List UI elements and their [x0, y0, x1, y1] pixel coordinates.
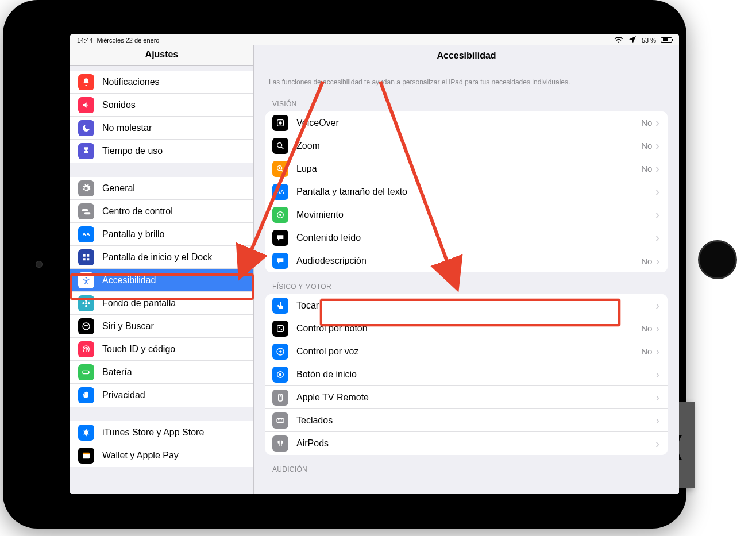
keyboard-icon — [272, 412, 288, 429]
chevron-right-icon: › — [655, 139, 659, 152]
battery-icon — [78, 364, 94, 380]
detail-item-magnifier[interactable]: LupaNo› — [265, 157, 668, 180]
detail-item-spoken[interactable]: Contenido leído› — [265, 226, 668, 249]
chevron-right-icon: › — [655, 391, 659, 404]
chevron-right-icon: › — [655, 299, 659, 312]
appletv-icon — [272, 390, 288, 406]
sidebar-item-battery[interactable]: Batería — [70, 361, 253, 384]
sidebar-item-sounds[interactable]: Sonidos — [70, 94, 253, 117]
detail-item-label: Apple TV Remote — [296, 392, 655, 403]
sidebar-item-accessibility[interactable]: Accesibilidad — [70, 269, 253, 292]
front-camera — [36, 261, 43, 268]
sidebar-item-display[interactable]: AAPantalla y brillo — [70, 223, 253, 246]
detail-item-keyboards[interactable]: Teclados› — [265, 409, 668, 432]
sidebar-item-privacy[interactable]: Privacidad — [70, 384, 253, 407]
chevron-right-icon: › — [655, 116, 659, 129]
detail-item-label: Zoom — [296, 141, 641, 151]
wallet-icon — [78, 448, 94, 464]
sidebar-item-controlcenter[interactable]: Centro de control — [70, 200, 253, 223]
sidebar-item-label: Pantalla y brillo — [102, 229, 245, 240]
svg-rect-20 — [279, 373, 281, 376]
detail-item-label: Contenido leído — [296, 233, 655, 243]
bell-icon — [78, 74, 94, 90]
siri-icon — [78, 318, 94, 334]
detail-item-motion[interactable]: Movimiento› — [265, 203, 668, 226]
detail-item-airpods[interactable]: AirPods› — [265, 432, 668, 455]
section-header: VISIÓN — [265, 90, 668, 111]
airpods-icon — [272, 435, 288, 452]
settings-detail[interactable]: Accesibilidad Las funciones de accesibil… — [254, 45, 679, 494]
chevron-right-icon: › — [655, 368, 659, 381]
switch-icon — [272, 321, 288, 337]
speaker-icon — [78, 97, 94, 113]
svg-rect-21 — [279, 394, 283, 401]
detail-item-label: Control por voz — [296, 346, 641, 357]
svg-point-16 — [279, 326, 280, 328]
sidebar-item-wallet[interactable]: Wallet y Apple Pay — [70, 444, 253, 467]
detail-title: Accesibilidad — [254, 45, 679, 64]
svg-point-2 — [85, 302, 87, 304]
chevron-right-icon: › — [655, 345, 659, 358]
homebutton-icon — [272, 367, 288, 383]
sidebar-item-itunes[interactable]: iTunes Store y App Store — [70, 421, 253, 444]
flower-icon — [78, 295, 94, 311]
chevron-right-icon: › — [655, 254, 659, 268]
sidebar-item-label: Tiempo de uso — [102, 146, 245, 156]
chevron-right-icon: › — [655, 414, 659, 427]
detail-item-appletv[interactable]: Apple TV Remote› — [265, 386, 668, 409]
detail-item-touch[interactable]: Tocar› — [265, 294, 668, 317]
sidebar-item-screentime[interactable]: Tiempo de uso — [70, 140, 253, 163]
detail-item-value: No — [641, 118, 652, 128]
sidebar-item-label: Touch ID y código — [102, 344, 245, 354]
svg-rect-15 — [277, 325, 284, 331]
detail-item-label: Audiodescripción — [296, 256, 641, 266]
motion-icon — [272, 207, 288, 223]
home-button[interactable] — [698, 240, 737, 279]
detail-item-value: No — [641, 164, 652, 173]
svg-rect-5 — [89, 371, 90, 373]
sidebar-item-wallpaper[interactable]: Fondo de pantalla — [70, 292, 253, 315]
detail-item-label: AirPods — [296, 438, 655, 449]
status-time: 14:44 — [77, 37, 93, 44]
chevron-right-icon: › — [655, 208, 659, 221]
svg-rect-7 — [83, 453, 90, 454]
detail-item-voicecontrol[interactable]: Control por vozNo› — [265, 340, 668, 363]
sidebar-item-homescreen[interactable]: Pantalla de inicio y el Dock — [70, 246, 253, 269]
sidebar-item-label: Privacidad — [102, 390, 245, 400]
detail-item-label: Movimiento — [296, 210, 655, 220]
svg-point-14 — [279, 214, 281, 216]
sidebar-item-touchid[interactable]: Touch ID y código — [70, 338, 253, 361]
battery-pct: 53 % — [642, 37, 656, 44]
detail-item-zoom[interactable]: ZoomNo› — [265, 134, 668, 157]
svg-point-10 — [277, 142, 282, 147]
svg-text:AA: AA — [82, 232, 90, 237]
speech-icon — [272, 230, 288, 246]
sidebar-item-dnd[interactable]: No molestar — [70, 117, 253, 140]
detail-item-label: Pantalla y tamaño del texto — [296, 187, 655, 197]
sidebar-item-label: Sonidos — [102, 100, 245, 110]
gear-icon — [78, 180, 94, 196]
sidebar-item-notifications[interactable]: Notificaciones — [70, 71, 253, 94]
sidebar-item-label: Notificaciones — [102, 77, 245, 87]
sidebar-item-general[interactable]: General — [70, 177, 253, 200]
sidebar-item-siri[interactable]: Siri y Buscar — [70, 315, 253, 338]
detail-item-label: VoiceOver — [296, 118, 641, 128]
chevron-right-icon: › — [655, 231, 659, 244]
detail-item-switchcontrol[interactable]: Control por botónNo› — [265, 317, 668, 340]
section-header: FÍSICO Y MOTOR — [265, 272, 668, 294]
detail-item-value: No — [641, 346, 652, 356]
detail-hint: Las funciones de accesibilidad te ayudan… — [265, 64, 668, 90]
detail-item-homebutton[interactable]: Botón de inicio› — [265, 363, 668, 386]
hand-icon — [78, 387, 94, 403]
detail-item-audiodesc[interactable]: AudiodescripciónNo› — [265, 249, 668, 272]
svg-text:AA: AA — [276, 189, 284, 195]
svg-point-9 — [279, 121, 281, 124]
hourglass-icon — [78, 143, 94, 159]
aa-icon: AA — [272, 184, 288, 200]
detail-item-voiceover[interactable]: VoiceOverNo› — [265, 111, 668, 134]
sidebar-item-label: iTunes Store y App Store — [102, 427, 245, 438]
touch-icon — [272, 298, 288, 314]
detail-item-textsize[interactable]: AAPantalla y tamaño del texto› — [265, 180, 668, 203]
section-header: AUDICIÓN — [265, 455, 668, 477]
settings-sidebar[interactable]: Ajustes NotificacionesSonidosNo molestar… — [70, 45, 254, 494]
